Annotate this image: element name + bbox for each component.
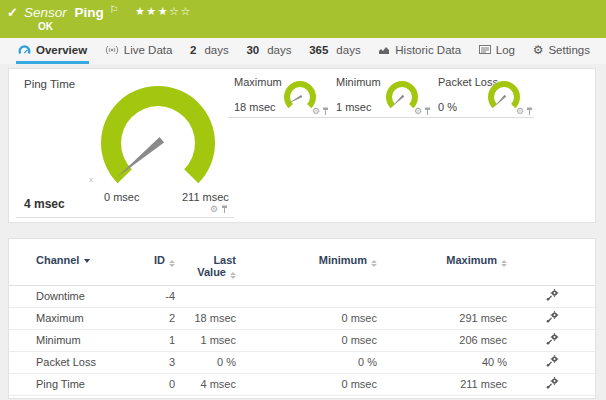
pin-icon[interactable] xyxy=(526,107,533,116)
last-value-cell: 1 msec xyxy=(175,329,236,351)
maximum-cell: 291 msec xyxy=(377,307,507,329)
last-value-cell xyxy=(175,285,236,307)
sort-descending-icon xyxy=(84,259,90,263)
column-header-minimum[interactable]: Minimum xyxy=(236,239,377,285)
column-header-actions xyxy=(507,239,595,285)
maximum-gauge-cell: Maximum 18 msec ⚙ xyxy=(228,72,330,118)
column-header-channel-label: Channel xyxy=(36,254,79,266)
minimum-cell: 0 msec xyxy=(236,329,377,351)
pin-icon[interactable] xyxy=(424,107,431,116)
gauge-title: Minimum xyxy=(336,76,381,88)
tab-live-data-label: Live Data xyxy=(124,44,173,56)
edit-channel-icon[interactable] xyxy=(546,355,559,367)
gauge-settings-gear-icon[interactable]: ⚙ xyxy=(516,107,524,116)
gauge-value: 0 % xyxy=(438,101,457,113)
gauge-value: 18 msec xyxy=(234,101,276,113)
gauge-marker-icon: x xyxy=(89,175,93,184)
tab-30-days[interactable]: 30 days xyxy=(244,38,293,64)
tab-365-days-number: 365 xyxy=(309,44,328,56)
channel-id-cell: -4 xyxy=(129,285,175,307)
gauge-value: 1 msec xyxy=(336,101,371,113)
tab-historic-data-label: Historic Data xyxy=(395,44,461,56)
sort-icon xyxy=(230,272,236,279)
last-value-cell: 4 msec xyxy=(175,373,236,395)
gauge-icon xyxy=(18,44,31,55)
edit-channel-icon[interactable] xyxy=(546,311,559,323)
gauge-settings-gear-icon[interactable]: ⚙ xyxy=(414,107,422,116)
column-header-channel[interactable]: Channel xyxy=(9,239,129,285)
tab-live-data[interactable]: Live Data xyxy=(103,38,175,64)
maximum-cell: 206 msec xyxy=(377,329,507,351)
edit-channel-icon[interactable] xyxy=(546,333,559,345)
tab-30-days-label: days xyxy=(267,44,291,56)
channel-id-cell: 0 xyxy=(129,373,175,395)
tab-log-label: Log xyxy=(496,44,515,56)
gauge-value: 4 msec xyxy=(24,197,65,211)
sensor-title: Sensor Ping ⚐ xyxy=(24,4,119,20)
maximum-cell: 211 msec xyxy=(377,373,507,395)
edit-channel-icon[interactable] xyxy=(546,377,559,389)
minimum-cell: 0 % xyxy=(236,351,377,373)
sensor-kind-label: Sensor xyxy=(24,5,67,20)
stars-filled: ★★★ xyxy=(135,5,169,17)
pin-icon[interactable] xyxy=(322,107,329,116)
channels-table-panel: Channel ID Last Value Minimum Maximum xyxy=(8,238,596,399)
sensor-header: ✓ Sensor Ping ⚐ ★★★☆☆ OK xyxy=(0,0,606,38)
gauge-scale-min: 0 msec xyxy=(104,191,139,203)
tab-settings[interactable]: ⚙ Settings xyxy=(531,38,592,64)
gauge-needle xyxy=(493,95,506,108)
tab-bar: Overview Live Data 2 days 30 days 365 da… xyxy=(0,38,606,64)
column-header-minimum-label: Minimum xyxy=(319,254,367,266)
minimum-cell: 0 msec xyxy=(236,373,377,395)
tab-365-days-label: days xyxy=(336,44,360,56)
tab-365-days[interactable]: 365 days xyxy=(307,38,362,64)
channel-name-cell[interactable]: Maximum xyxy=(9,307,129,329)
status-check-icon: ✓ xyxy=(7,5,18,20)
channel-name-cell[interactable]: Packet Loss xyxy=(9,351,129,373)
maximum-cell: 40 % xyxy=(377,351,507,373)
tab-historic-data[interactable]: Historic Data xyxy=(376,38,463,64)
minimum-gauge-cell: Minimum 1 msec ⚙ xyxy=(330,72,432,118)
channel-name-cell[interactable]: Ping Time xyxy=(9,373,129,395)
stars-empty: ☆☆ xyxy=(169,5,192,17)
table-row[interactable]: Minimum 1 1 msec 0 msec 206 msec xyxy=(9,329,595,351)
tab-log[interactable]: Log xyxy=(477,38,517,64)
tab-overview[interactable]: Overview xyxy=(16,38,89,64)
gauge-settings-gear-icon[interactable]: ⚙ xyxy=(210,205,218,214)
gauge-settings-gear-icon[interactable]: ⚙ xyxy=(312,107,320,116)
channel-name-cell[interactable]: Downtime xyxy=(9,285,129,307)
pin-icon[interactable] xyxy=(221,205,228,214)
table-row[interactable]: Packet Loss 3 0 % 0 % 40 % xyxy=(9,351,595,373)
column-header-maximum[interactable]: Maximum xyxy=(377,239,507,285)
packet-loss-gauge-cell: Packet Loss 0 % ⚙ xyxy=(432,72,534,118)
list-icon xyxy=(479,45,491,54)
table-row[interactable]: Downtime -4 xyxy=(9,285,595,307)
table-row[interactable]: Maximum 2 18 msec 0 msec 291 msec xyxy=(9,307,595,329)
tab-2-days-number: 2 xyxy=(190,44,196,56)
gear-icon: ⚙ xyxy=(533,44,544,56)
column-header-value-label: Value xyxy=(197,266,226,278)
channel-name-cell[interactable]: Minimum xyxy=(9,329,129,351)
prtg-sensor-page: ✓ Sensor Ping ⚐ ★★★☆☆ OK Overview xyxy=(0,0,606,400)
broadcast-icon xyxy=(105,45,119,55)
last-value-cell: 0 % xyxy=(175,351,236,373)
channel-id-cell: 1 xyxy=(129,329,175,351)
tab-2-days-label: days xyxy=(204,44,228,56)
last-value-cell: 18 msec xyxy=(175,307,236,329)
sort-icon xyxy=(501,260,507,267)
flag-icon[interactable]: ⚐ xyxy=(110,4,119,15)
minimum-cell: 0 msec xyxy=(236,307,377,329)
status-badge: OK xyxy=(38,21,53,32)
column-header-maximum-label: Maximum xyxy=(446,254,497,266)
priority-stars[interactable]: ★★★☆☆ xyxy=(135,5,192,18)
tab-overview-label: Overview xyxy=(36,44,87,56)
minimum-cell xyxy=(236,285,377,307)
edit-channel-icon[interactable] xyxy=(546,289,559,301)
sensor-name: Ping xyxy=(75,5,104,20)
tab-30-days-number: 30 xyxy=(246,44,259,56)
channel-id-cell: 2 xyxy=(129,307,175,329)
column-header-last-value[interactable]: Last Value xyxy=(175,239,236,285)
table-row[interactable]: Ping Time 0 4 msec 0 msec 211 msec xyxy=(9,373,595,395)
tab-2-days[interactable]: 2 days xyxy=(188,38,231,64)
column-header-id[interactable]: ID xyxy=(129,239,175,285)
